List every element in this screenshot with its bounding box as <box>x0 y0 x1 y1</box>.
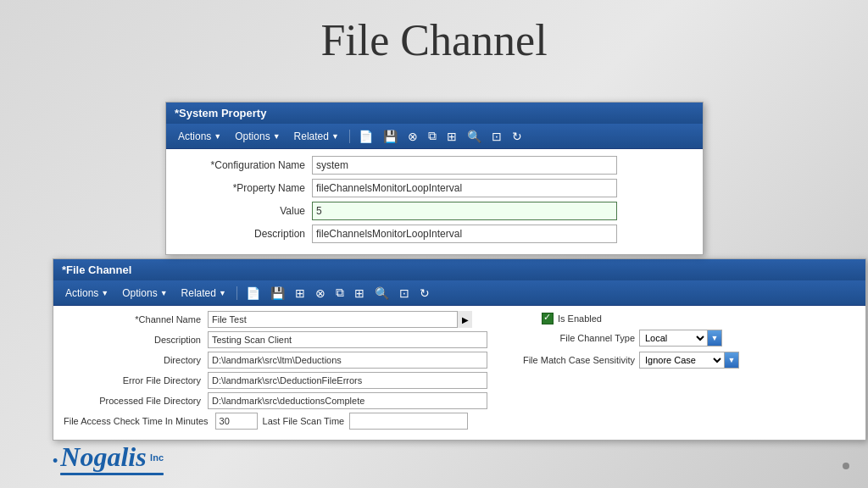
fc-type-select[interactable]: Local <box>639 330 707 347</box>
description-input[interactable] <box>312 225 617 243</box>
related-button-sp[interactable]: Related <box>289 129 344 144</box>
save2-icon-fc[interactable]: ⊞ <box>292 285 309 302</box>
error-dir-row: Error File Directory <box>64 372 487 389</box>
fc-right-col: Is Enabled File Channel Type Local ▼ Fil… <box>508 311 739 433</box>
history-icon-fc[interactable]: ⊡ <box>396 285 413 302</box>
nogalis-underline <box>60 473 164 475</box>
directory-label: Directory <box>64 355 208 365</box>
paste-icon-sp[interactable]: ⊞ <box>443 128 460 145</box>
fc-type-row: File Channel Type Local ▼ <box>508 330 739 347</box>
fc-type-label: File Channel Type <box>508 333 635 343</box>
file-channel-toolbar: Actions Options Related 📄 💾 ⊞ ⊗ ⧉ ⊞ 🔍 ⊡ … <box>53 280 865 306</box>
nogalis-logo: • Nogalis Inc <box>53 441 164 473</box>
separator-2 <box>236 286 237 300</box>
new-icon-fc[interactable]: 📄 <box>242 285 264 302</box>
lookup-icon-fc[interactable]: 🔍 <box>371 285 392 302</box>
last-scan-label: Last File Scan Time <box>263 416 345 426</box>
value-input[interactable] <box>312 202 617 220</box>
match-case-select-wrapper: Ignore Case ▼ <box>639 352 739 369</box>
paste-icon-fc[interactable]: ⊞ <box>351 285 368 302</box>
is-enabled-checkbox[interactable] <box>542 313 554 324</box>
is-enabled-label: Is Enabled <box>558 313 602 324</box>
match-case-row: File Match Case Sensitivity Ignore Case … <box>508 352 739 369</box>
file-channel-panel: *File Channel Actions Options Related 📄 … <box>53 258 866 441</box>
match-case-label: File Match Case Sensitivity <box>508 355 635 365</box>
cancel-icon-sp[interactable]: ⊗ <box>404 128 421 145</box>
nogalis-text: Nogalis <box>60 441 146 472</box>
copy-icon-sp[interactable]: ⧉ <box>425 127 440 145</box>
save-icon-sp[interactable]: 💾 <box>380 128 401 145</box>
value-row: Value <box>176 202 693 220</box>
channel-name-label: *Channel Name <box>64 314 208 324</box>
separator-1 <box>349 130 350 143</box>
related-button-fc[interactable]: Related <box>176 286 231 301</box>
channel-name-arrow[interactable]: ▶ <box>457 311 472 328</box>
match-case-arrow[interactable]: ▼ <box>724 352 739 369</box>
actions-button-sp[interactable]: Actions <box>173 129 226 144</box>
property-name-row: *Property Name <box>176 179 693 197</box>
file-access-row: File Access Check Time In Minutes Last F… <box>64 413 487 430</box>
system-property-panel: *System Property Actions Options Related… <box>165 102 704 255</box>
system-property-header: *System Property <box>166 103 703 124</box>
fc-left-col: *Channel Name ▶ Description Directory Er… <box>64 311 487 433</box>
property-name-input[interactable] <box>312 179 617 197</box>
options-button-fc[interactable]: Options <box>117 286 172 301</box>
channel-name-row: *Channel Name ▶ <box>64 311 487 328</box>
config-name-row: *Configuration Name <box>176 156 693 175</box>
fc-type-arrow[interactable]: ▼ <box>707 330 722 347</box>
file-access-label: File Access Check Time In Minutes <box>64 416 215 426</box>
save-icon-fc[interactable]: 💾 <box>267 285 288 302</box>
directory-row: Directory <box>64 352 487 369</box>
channel-name-input[interactable] <box>208 311 472 328</box>
processed-dir-row: Processed File Directory <box>64 392 487 409</box>
refresh-icon-sp[interactable]: ↻ <box>509 128 526 145</box>
processed-dir-label: Processed File Directory <box>64 396 208 406</box>
is-enabled-row: Is Enabled <box>542 313 739 324</box>
nogalis-inc: Inc <box>150 452 164 463</box>
file-channel-form: *Channel Name ▶ Description Directory Er… <box>53 306 865 440</box>
config-name-label: *Configuration Name <box>176 159 312 171</box>
config-name-input[interactable] <box>312 156 617 175</box>
cancel-icon-fc[interactable]: ⊗ <box>312 285 329 302</box>
file-access-input[interactable] <box>215 413 258 430</box>
match-case-select[interactable]: Ignore Case <box>639 352 724 369</box>
channel-name-wrapper: ▶ <box>208 311 472 328</box>
history-icon-sp[interactable]: ⊡ <box>488 128 505 145</box>
fc-description-row: Description <box>64 331 487 348</box>
refresh-icon-fc[interactable]: ↻ <box>416 285 433 302</box>
lookup-icon-sp[interactable]: 🔍 <box>464 128 485 145</box>
file-channel-header: *File Channel <box>53 259 865 280</box>
directory-input[interactable] <box>208 352 487 369</box>
page-title: File Channel <box>0 0 868 74</box>
description-label: Description <box>176 228 312 240</box>
processed-dir-input[interactable] <box>208 392 487 409</box>
fc-description-label: Description <box>64 335 208 345</box>
fc-description-input[interactable] <box>208 331 487 348</box>
description-row: Description <box>176 225 693 243</box>
system-property-form: *Configuration Name *Property Name Value… <box>166 149 703 254</box>
options-button-sp[interactable]: Options <box>230 129 285 144</box>
actions-button-fc[interactable]: Actions <box>60 286 114 301</box>
error-dir-label: Error File Directory <box>64 375 208 385</box>
new-icon-sp[interactable]: 📄 <box>355 128 376 145</box>
fc-type-select-wrapper: Local ▼ <box>639 330 722 347</box>
copy-icon-fc[interactable]: ⧉ <box>332 284 348 302</box>
error-dir-input[interactable] <box>208 372 487 389</box>
last-scan-input[interactable] <box>349 413 468 430</box>
value-label: Value <box>176 205 312 217</box>
nogalis-bullet: • <box>53 452 58 470</box>
property-name-label: *Property Name <box>176 182 312 194</box>
corner-dot <box>843 463 849 469</box>
system-property-toolbar: Actions Options Related 📄 💾 ⊗ ⧉ ⊞ 🔍 ⊡ ↻ <box>166 124 703 149</box>
